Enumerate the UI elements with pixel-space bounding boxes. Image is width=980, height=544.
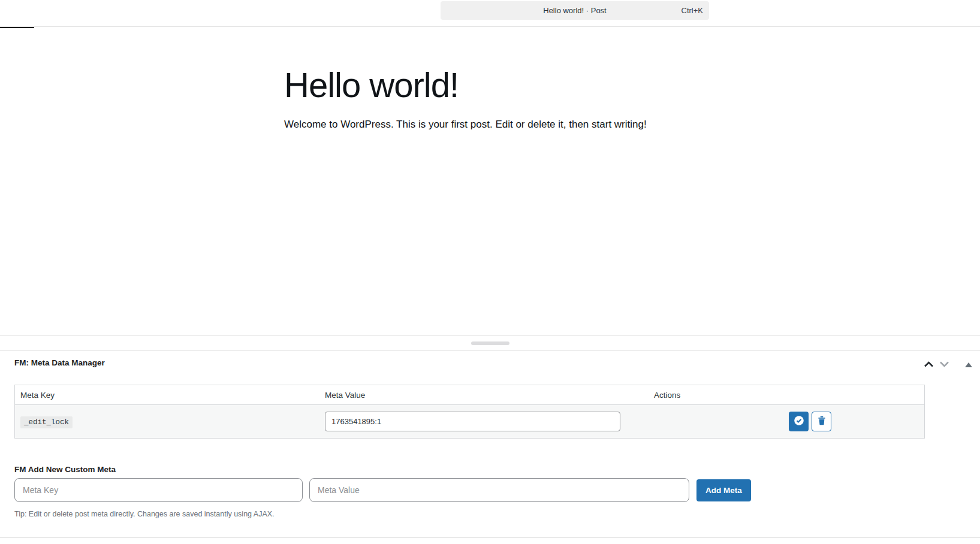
chevron-up-icon bbox=[924, 359, 934, 370]
document-title-breadcrumb: Hello world! · Post bbox=[543, 6, 606, 15]
chevron-down-icon bbox=[939, 359, 949, 370]
command-center-bar[interactable]: Hello world! · Post Ctrl+K bbox=[441, 1, 709, 20]
metabox-area-divider bbox=[0, 335, 980, 336]
meta-table-row: _edit_lock bbox=[15, 405, 924, 438]
meta-table-header-row: Meta Key Meta Value Actions bbox=[15, 385, 924, 405]
move-up-button[interactable] bbox=[921, 359, 936, 371]
add-meta-button[interactable]: Add Meta bbox=[696, 479, 751, 501]
new-meta-value-input[interactable] bbox=[309, 478, 689, 502]
wordpress-editor-page: Hello world! · Post Ctrl+K W + bbox=[0, 0, 980, 544]
trash-icon bbox=[816, 415, 828, 428]
meta-data-table: Meta Key Meta Value Actions _edit_lock bbox=[14, 385, 925, 439]
check-circle-icon bbox=[792, 414, 806, 429]
post-title-field[interactable]: Hello world! bbox=[284, 66, 459, 104]
save-meta-button[interactable] bbox=[789, 412, 809, 431]
metabox-resize-handle[interactable] bbox=[471, 341, 509, 345]
metabox-tip-text: Tip: Edit or delete post meta directly. … bbox=[14, 510, 275, 518]
command-shortcut-label: Ctrl+K bbox=[682, 1, 703, 20]
move-down-button[interactable] bbox=[936, 359, 952, 371]
panel-collapse-toggle-icon[interactable] bbox=[965, 362, 972, 367]
metabox-panel-controls bbox=[921, 359, 972, 371]
col-header-meta-value: Meta Value bbox=[319, 391, 648, 400]
bottom-divider bbox=[0, 537, 980, 538]
meta-value-input[interactable] bbox=[325, 412, 620, 431]
meta-key-label: _edit_lock bbox=[20, 416, 73, 428]
col-header-meta-key: Meta Key bbox=[15, 391, 319, 400]
panel-header-divider bbox=[0, 350, 980, 351]
new-meta-key-input[interactable] bbox=[14, 478, 303, 502]
col-header-actions: Actions bbox=[648, 391, 924, 400]
delete-meta-button[interactable] bbox=[812, 412, 831, 431]
post-content-paragraph[interactable]: Welcome to WordPress. This is your first… bbox=[284, 117, 674, 132]
add-new-meta-title: FM Add New Custom Meta bbox=[14, 465, 116, 474]
row-actions bbox=[789, 412, 831, 431]
editor-toolbar: Hello world! · Post Ctrl+K bbox=[0, 0, 980, 27]
metabox-panel-title: FM: Meta Data Manager bbox=[14, 358, 105, 367]
